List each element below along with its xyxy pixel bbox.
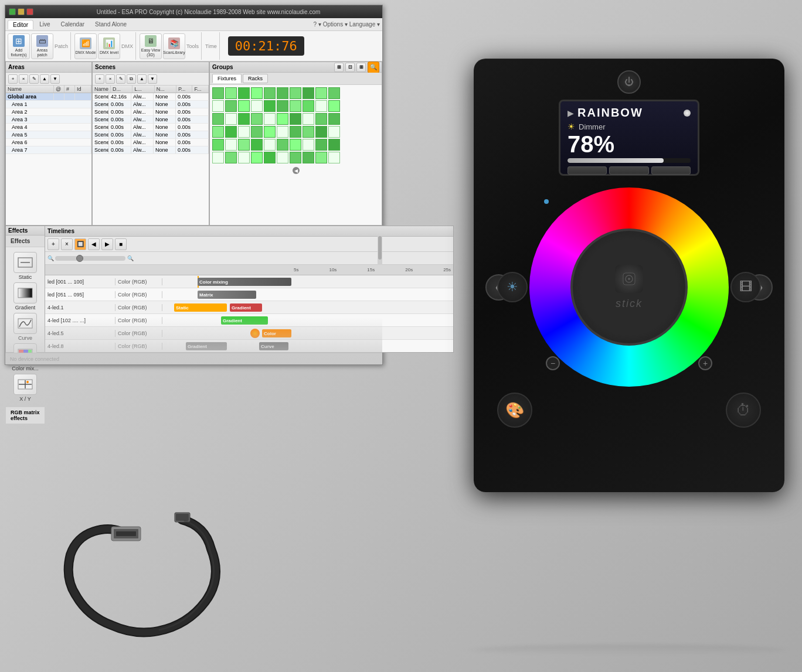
fixture-cell[interactable]: [264, 87, 276, 99]
tl-block[interactable]: [250, 329, 260, 338]
fixture-cell[interactable]: [328, 100, 340, 112]
fixture-cell[interactable]: [225, 139, 237, 151]
fixture-cell[interactable]: [328, 126, 340, 138]
list-item[interactable]: Area 6: [6, 139, 91, 146]
list-item[interactable]: Scene 40.00sAlw...None0.00s: [93, 116, 209, 124]
fixture-cell[interactable]: [290, 87, 301, 99]
fixture-cell[interactable]: [303, 87, 314, 99]
list-item[interactable]: Scene 80.00sAlw...None0.00s: [93, 146, 209, 154]
tl-play-btn[interactable]: 🔲: [74, 238, 86, 250]
list-item[interactable]: Scene 50.00sAlw...None0.00s: [93, 124, 209, 131]
tab-racks[interactable]: Racks: [243, 74, 268, 83]
fixture-cell[interactable]: [264, 113, 276, 125]
fixture-cell[interactable]: [225, 152, 237, 163]
fixture-cell[interactable]: [212, 113, 224, 125]
fixture-cell[interactable]: [238, 100, 250, 112]
tl-stop-btn[interactable]: ■: [115, 238, 127, 250]
fixture-cell[interactable]: [303, 100, 314, 112]
add-fixture-btn[interactable]: ⊞ Add fixture(s): [8, 33, 30, 59]
list-item[interactable]: Area 7: [6, 146, 91, 154]
fixture-cell[interactable]: [225, 126, 237, 138]
fixture-cell[interactable]: [212, 139, 224, 151]
groups-search-btn[interactable]: 🔍: [368, 62, 379, 73]
effect-curve[interactable]: Curve: [11, 313, 40, 341]
tab-fixtures[interactable]: Fixtures: [212, 74, 242, 83]
fixture-cell[interactable]: [251, 87, 263, 99]
zoom-handle[interactable]: [76, 255, 83, 262]
fixture-cell[interactable]: [277, 113, 288, 125]
list-item[interactable]: Area 2: [6, 108, 91, 116]
dmx-mode-btn[interactable]: 📶 DMX Mode: [74, 33, 97, 59]
scenes-copy-btn[interactable]: ⧉: [127, 74, 136, 84]
effect-xy[interactable]: X / Y: [11, 374, 40, 402]
dmx-level-btn[interactable]: 📊 DMX level: [98, 33, 120, 59]
fixture-cell[interactable]: [238, 139, 250, 151]
power-button[interactable]: ⏻: [617, 70, 641, 94]
list-item[interactable]: Area 3: [6, 116, 91, 124]
tl-block[interactable]: Color: [262, 329, 291, 337]
tl-track[interactable]: Color: [162, 327, 453, 339]
list-item[interactable]: Scene 20.00sAlw...None0.00s: [93, 101, 209, 108]
tl-block-gradient[interactable]: Gradient: [230, 303, 262, 312]
wheel-minus-btn[interactable]: −: [546, 356, 560, 370]
lcd-soft-btn-1[interactable]: [567, 166, 607, 175]
close-btn[interactable]: [26, 8, 33, 15]
areas-patch-btn[interactable]: 🗃 Areas patch: [31, 33, 53, 59]
list-item[interactable]: Scene 70.00sAlw...None0.00s: [93, 139, 209, 146]
tl-block[interactable]: Gradient: [221, 316, 268, 325]
minimize-btn[interactable]: [9, 8, 16, 15]
fixture-cell[interactable]: [212, 126, 224, 138]
easy-view-btn[interactable]: 🖥 Easy View (3D): [140, 33, 162, 59]
fixture-cell[interactable]: [225, 113, 237, 125]
list-item[interactable]: Scene 30.00sAlw...None0.00s: [93, 108, 209, 116]
lcd-soft-btn-3[interactable]: [651, 166, 691, 175]
fixture-cell[interactable]: [212, 87, 224, 99]
scenes-edit-btn[interactable]: ✎: [116, 74, 125, 84]
fixture-cell[interactable]: [315, 152, 327, 163]
tl-rewind-btn[interactable]: ◀: [88, 238, 100, 250]
fixture-cell[interactable]: [225, 100, 237, 112]
fixture-cell[interactable]: [315, 139, 327, 151]
fixture-cell[interactable]: [315, 126, 327, 138]
tab-editor[interactable]: Editor: [8, 20, 33, 29]
fixture-cell[interactable]: [264, 152, 276, 163]
fixture-cell[interactable]: [251, 139, 263, 151]
tab-calendar[interactable]: Calendar: [56, 20, 89, 29]
tl-add-btn[interactable]: +: [47, 238, 59, 250]
clock-btn[interactable]: ⏱: [726, 393, 761, 428]
fixture-cell[interactable]: [303, 152, 314, 163]
fixture-cell[interactable]: [277, 152, 288, 163]
fixture-cell[interactable]: [277, 87, 288, 99]
fixture-cell[interactable]: [290, 152, 301, 163]
scenes-add-btn[interactable]: +: [95, 74, 104, 84]
tl-block[interactable]: Curve: [259, 342, 288, 350]
fixture-cell[interactable]: [225, 87, 237, 99]
tl-track[interactable]: Gradient Curve: [162, 340, 453, 352]
tab-standalone[interactable]: Stand Alone: [90, 20, 131, 29]
fixture-cell[interactable]: [238, 87, 250, 99]
areas-up-btn[interactable]: ▲: [40, 74, 49, 84]
fixture-cell[interactable]: [290, 113, 301, 125]
tl-block[interactable]: Gradient: [186, 342, 227, 350]
fixture-cell[interactable]: [277, 126, 288, 138]
fixture-cell[interactable]: [277, 139, 288, 151]
maximize-btn[interactable]: [18, 8, 25, 15]
groups-btn3[interactable]: ⊞: [356, 63, 366, 72]
areas-del-btn[interactable]: ×: [19, 74, 28, 84]
fixture-cell[interactable]: [315, 87, 327, 99]
scroll-thumb[interactable]: [378, 236, 382, 260]
fixture-cell[interactable]: [212, 100, 224, 112]
fixture-cell[interactable]: [212, 152, 224, 163]
tl-block[interactable]: Color mixing: [198, 278, 291, 286]
fixture-cell[interactable]: [251, 100, 263, 112]
fixture-cell[interactable]: [328, 87, 340, 99]
fixture-cell[interactable]: [303, 126, 314, 138]
fixture-cell[interactable]: [290, 100, 301, 112]
areas-down-btn[interactable]: ▼: [50, 74, 60, 84]
tl-start-btn[interactable]: ▶: [101, 238, 113, 250]
fixture-cell[interactable]: [315, 100, 327, 112]
fixture-cell[interactable]: [290, 126, 301, 138]
tl-track[interactable]: Gradient: [162, 314, 453, 326]
scroll-left-btn[interactable]: ◀: [293, 167, 300, 174]
fixture-cell[interactable]: [238, 126, 250, 138]
